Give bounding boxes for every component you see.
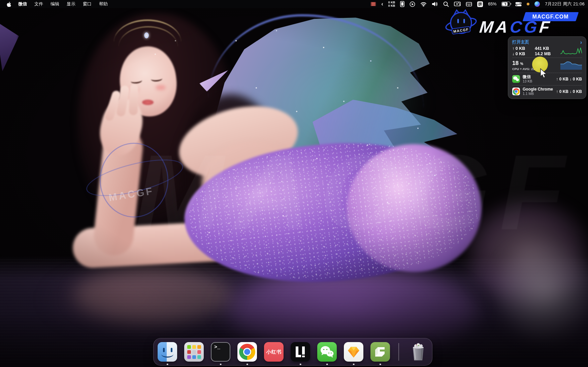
running-indicator — [380, 364, 381, 365]
input-source-pinyin[interactable]: 拼 — [477, 1, 483, 7]
wechat-icon — [512, 75, 520, 83]
wallpaper-vignette — [0, 0, 588, 367]
net-up-value: 0 KB — [388, 1, 395, 4]
process-name: Google Chrome — [523, 87, 553, 92]
collapse-chevron-icon[interactable]: ‹ — [381, 1, 383, 7]
process-name: 微信 — [523, 75, 532, 79]
dock-app-xiaohongshu[interactable]: 小红书 — [264, 342, 284, 362]
film-app-icon[interactable] — [370, 1, 376, 7]
process-traffic: ↑ 0 KB ↓ 0 KB — [556, 77, 582, 81]
menu-file[interactable]: 文件 — [31, 0, 47, 8]
widget-divider — [512, 58, 582, 58]
external-drive-icon[interactable] — [466, 1, 472, 7]
menu-window[interactable]: 窗口 — [79, 0, 95, 8]
apple-icon — [6, 1, 11, 7]
dock-trash-full[interactable] — [409, 342, 428, 362]
launchpad-icon — [184, 342, 204, 362]
desktop: MACGF MACGF 微信 文件 编辑 显示 窗口 帮助 ‹ 0 KB 0 K… — [0, 0, 588, 367]
menu-help[interactable]: 帮助 — [95, 0, 111, 8]
apple-menu[interactable] — [6, 1, 14, 7]
widget-divider — [512, 85, 582, 86]
menu-bar-clock[interactable]: 7月22日 周六 21:06 — [545, 1, 585, 7]
network-graph — [560, 47, 582, 56]
control-center-toggles-icon[interactable] — [515, 2, 522, 6]
battery-charging-icon[interactable] — [501, 2, 510, 6]
process-row-chrome[interactable]: Google Chrome 1.1 MB ↑ 0 KB ↓ 0 KB — [512, 87, 582, 97]
wordmark-letter: C — [509, 18, 525, 36]
dock-app-launchpad[interactable] — [184, 342, 204, 362]
net-down-value: 0 KB — [388, 4, 395, 7]
wordmark-letter: G — [523, 18, 541, 36]
running-indicator — [353, 364, 355, 365]
wordmark-letter: A — [495, 18, 511, 36]
finder-icon — [158, 342, 177, 362]
dock-app-sketch[interactable] — [344, 342, 363, 362]
macgf-wordmark: MACGF — [479, 18, 553, 36]
terminal-icon: >_ — [211, 342, 230, 362]
recording-indicator-dot — [527, 3, 529, 5]
process-amount: 13 KB — [523, 79, 532, 83]
wallpaper: MACGF MACGF — [0, 0, 588, 367]
mouse-cursor — [540, 68, 549, 80]
process-traffic: ↑ 0 KB ↓ 0 KB — [556, 89, 582, 94]
l-app-icon — [291, 342, 310, 362]
cpu-unit: % — [520, 62, 523, 66]
menu-edit[interactable]: 编辑 — [47, 0, 63, 8]
net-down-rate: ↓ 0 KB — [512, 51, 525, 57]
network-speed-status[interactable]: 0 KB 0 KB — [388, 1, 395, 7]
iphone-icon[interactable] — [400, 1, 404, 7]
sketch-icon — [344, 342, 363, 362]
process-amount: 1.1 MB — [523, 92, 553, 96]
net-up-rate: ↑ 0 KB — [512, 46, 525, 51]
camtasia-icon — [370, 342, 390, 362]
running-indicator — [247, 364, 248, 365]
battery-percent: 65% — [488, 2, 496, 6]
chrome-icon — [512, 88, 520, 95]
menu-bar-left: 微信 文件 编辑 显示 窗口 帮助 — [0, 0, 111, 8]
play-circle-icon[interactable] — [410, 1, 415, 7]
wordmark-letter: F — [538, 18, 553, 36]
siri-icon[interactable] — [534, 1, 540, 7]
xiaohongshu-icon: 小红书 — [264, 342, 284, 362]
volume-icon[interactable] — [432, 1, 438, 7]
spotlight-search-icon[interactable] — [443, 1, 449, 7]
cpu-graph — [560, 61, 582, 70]
net-session-down: 14.2 MB — [535, 51, 551, 57]
running-indicator — [300, 364, 301, 365]
battery-nub — [511, 3, 512, 5]
app-menu-wechat[interactable]: 微信 — [14, 0, 31, 8]
chevron-right-icon[interactable]: › — [580, 40, 582, 45]
dock-app-terminal[interactable]: >_ — [211, 342, 230, 362]
cpu-percent: 18 — [512, 60, 519, 66]
widget-open-homepage-link[interactable]: 打开主页 — [512, 39, 529, 45]
wifi-icon[interactable] — [420, 2, 427, 7]
menu-bar-status: ‹ 0 KB 0 KB 拼 65% 7月22日 周六 21:06 — [370, 1, 588, 7]
screen-mirroring-icon[interactable] — [454, 1, 461, 7]
running-indicator — [167, 364, 168, 365]
chrome-icon — [237, 342, 257, 362]
dock-app-chrome[interactable] — [237, 342, 257, 362]
menu-view[interactable]: 显示 — [63, 0, 79, 8]
wechat-icon — [317, 342, 337, 362]
running-indicator — [326, 364, 328, 365]
dock-app-camtasia[interactable] — [370, 342, 390, 362]
charging-bolt-icon — [503, 2, 508, 6]
dock-divider — [398, 343, 399, 361]
menu-bar: 微信 文件 编辑 显示 窗口 帮助 ‹ 0 KB 0 KB 拼 65% — [0, 0, 588, 8]
wordmark-letter: M — [479, 18, 497, 36]
net-session-up: 441 KB — [535, 46, 551, 51]
dock-app-wechat[interactable] — [317, 342, 337, 362]
dock-app-l[interactable] — [291, 342, 310, 362]
running-indicator — [220, 364, 222, 365]
dock-app-finder[interactable] — [158, 342, 177, 362]
macgf-mascot-logo: MACGF — [445, 9, 478, 40]
dock: >_ 小红书 — [153, 338, 432, 366]
